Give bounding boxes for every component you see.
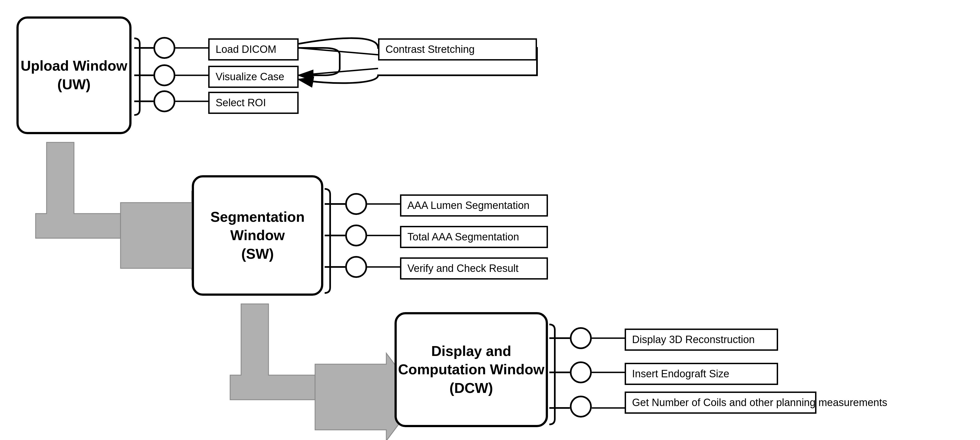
circle-select-roi [153, 91, 175, 112]
segmentation-window-box: Segmentation Window (SW) [192, 175, 323, 296]
label-insert-endograft: Insert Endograft Size [625, 363, 778, 385]
upload-window-box: Upload Window (UW) [16, 16, 132, 134]
label-aaa-lumen: AAA Lumen Segmentation [400, 194, 548, 217]
upload-window-label: Upload Window (UW) [21, 57, 127, 94]
label-verify: Verify and Check Result [400, 257, 548, 280]
circle-visualize-case [153, 64, 175, 86]
circle-total-aaa [345, 224, 367, 246]
svg-line-7 [299, 68, 378, 75]
label-load-dicom: Load DICOM [208, 38, 299, 60]
display-window-label: Display and Computation Window (DCW) [397, 342, 546, 397]
circle-load-dicom [153, 37, 175, 59]
circle-display-3d [570, 327, 592, 349]
label-visualize-case: Visualize Case [208, 66, 299, 88]
circle-aaa-lumen [345, 193, 367, 215]
svg-marker-10 [36, 142, 121, 238]
display-window-box: Display and Computation Window (DCW) [395, 312, 548, 427]
label-select-roi: Select ROI [208, 92, 299, 114]
diagram-container: Upload Window (UW) Load DICOM Visualize … [0, 0, 980, 440]
label-display-3d: Display 3D Reconstruction [625, 329, 778, 351]
label-get-coils: Get Number of Coils and other planning m… [625, 392, 816, 414]
label-total-aaa: Total AAA Segmentation [400, 226, 548, 248]
circle-get-coils [570, 396, 592, 418]
svg-marker-12 [230, 304, 315, 400]
circle-insert-endograft [570, 361, 592, 383]
svg-line-6 [299, 48, 378, 55]
segmentation-window-label: Segmentation Window (SW) [194, 208, 321, 264]
contrast-stretching-box: Contrast Stretching [378, 38, 537, 60]
circle-verify [345, 256, 367, 278]
